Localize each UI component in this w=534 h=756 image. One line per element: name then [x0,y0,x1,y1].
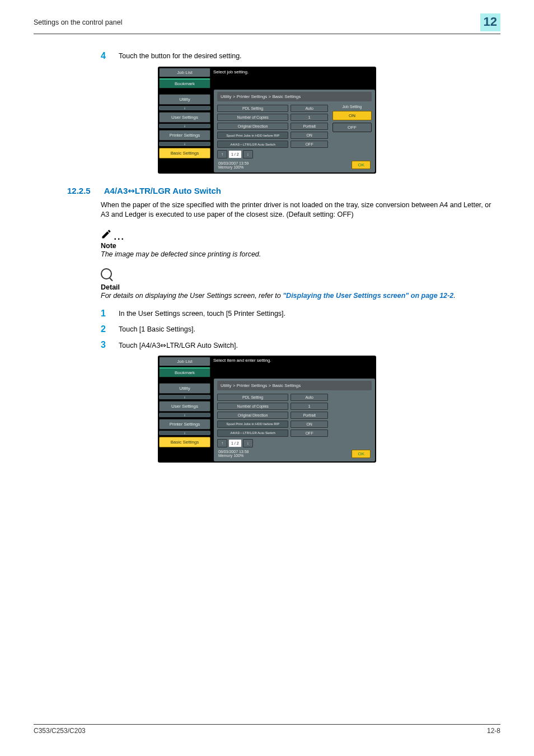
page-up-button[interactable]: ↑ [217,439,227,447]
note-text: The image may be defected since printing… [101,250,500,258]
spool-value: ON [291,421,328,428]
utility-tab[interactable]: Utility [159,94,210,105]
page-link[interactable]: "Displaying the User Settings screen" on… [283,292,453,300]
page-up-button[interactable]: ↑ [217,150,227,158]
ok-button[interactable]: OK [352,161,371,169]
control-panel-screenshot-2: Job List Bookmark Select item and enter … [158,356,376,463]
tab-arrow-down-icon: ↓ [159,413,210,417]
pdl-setting-value: Auto [291,105,328,112]
bookmark-tab[interactable]: Bookmark [159,78,210,88]
screen-instruction: Select job setting. [212,68,249,76]
page-down-button[interactable]: ↓ [243,150,253,158]
tab-arrow-down-icon: ↓ [159,124,210,128]
copies-value: 1 [291,114,328,121]
page-indicator: 1 / 2 [229,440,241,447]
memory-label: Memory 100% [218,165,249,169]
page-down-button[interactable]: ↓ [243,439,253,447]
orig-direction-button[interactable]: Original Direction [217,123,288,130]
datetime-label: 08/03/2007 13:58 [218,450,249,454]
printer-settings-tab[interactable]: Printer Settings [159,419,210,430]
copies-button[interactable]: Number of Copies [217,114,288,121]
note-label: Note [101,242,500,250]
job-list-tab[interactable]: Job List [159,68,210,77]
user-settings-tab[interactable]: User Settings [159,112,210,123]
footer-right: 12-8 [487,727,500,735]
off-button[interactable]: OFF [332,123,372,132]
step-text: Touch [A4/A3⇔LTR/LGR Auto Switch]. [119,340,238,350]
pdl-setting-button[interactable]: PDL Setting [217,105,288,112]
copies-value: 1 [291,403,328,410]
basic-settings-tab[interactable]: Basic Settings [159,148,210,158]
spool-value: ON [291,132,328,139]
job-setting-label: Job Setting [332,105,372,109]
note-icon: ... [101,228,500,242]
autoswitch-value: OFF [291,141,328,148]
step-text: In the User Settings screen, touch [5 Pr… [119,309,285,319]
tab-arrow-down-icon: ↓ [159,142,210,146]
copies-button[interactable]: Number of Copies [217,403,288,410]
spool-button[interactable]: Spool Print Jobs in HDD before RIP [217,421,288,428]
tab-arrow-down-icon: ↓ [159,431,210,435]
step-number: 1 [101,309,110,319]
orig-direction-value: Portrait [291,123,328,130]
bookmark-tab[interactable]: Bookmark [159,367,210,377]
tab-arrow-down-icon: ↓ [159,395,210,399]
on-button[interactable]: ON [332,111,372,120]
spool-button[interactable]: Spool Print Jobs in HDD before RIP [217,132,288,139]
autoswitch-button[interactable]: A4/A3↔LTR/LGR Auto Switch [217,141,288,148]
autoswitch-value: OFF [291,430,328,437]
section-number: 12.2.5 [67,186,91,195]
step-number: 4 [101,51,110,61]
utility-tab[interactable]: Utility [159,383,210,394]
page-indicator: 1 / 2 [229,151,241,158]
magnifier-icon [101,268,112,279]
control-panel-screenshot-1: Job List Bookmark Select job setting. Ut… [158,67,376,174]
detail-label: Detail [101,283,500,291]
step-number: 3 [101,340,110,350]
printer-settings-tab[interactable]: Printer Settings [159,130,210,141]
chapter-number: 12 [480,13,500,31]
pdl-setting-value: Auto [291,394,328,401]
section-heading: A4/A3↔LTR/LGR Auto Switch [104,186,221,196]
breadcrumb: Utility > Printer Settings > Basic Setti… [217,381,372,390]
running-header: Settings on the control panel [34,18,122,26]
detail-text: For details on displaying the User Setti… [101,292,500,300]
datetime-label: 08/03/2007 13:59 [218,161,249,165]
step-number: 2 [101,324,110,334]
tab-arrow-down-icon: ↓ [159,106,210,110]
step-text: Touch the button for the desired setting… [119,51,242,61]
autoswitch-button[interactable]: A4/A3↔LTR/LGR Auto Switch [217,430,288,437]
memory-label: Memory 100% [218,454,249,458]
user-settings-tab[interactable]: User Settings [159,401,210,412]
footer-left: C353/C253/C203 [34,727,86,735]
orig-direction-value: Portrait [291,412,328,419]
orig-direction-button[interactable]: Original Direction [217,412,288,419]
ok-button[interactable]: OK [352,450,371,458]
section-body-text: When the paper of the size specified wit… [101,200,500,220]
step-text: Touch [1 Basic Settings]. [119,324,195,334]
job-list-tab[interactable]: Job List [159,357,210,366]
pdl-setting-button[interactable]: PDL Setting [217,394,288,401]
basic-settings-tab[interactable]: Basic Settings [159,437,210,447]
breadcrumb: Utility > Printer Settings > Basic Setti… [217,92,372,101]
screen-instruction: Select item and enter setting. [212,357,271,365]
